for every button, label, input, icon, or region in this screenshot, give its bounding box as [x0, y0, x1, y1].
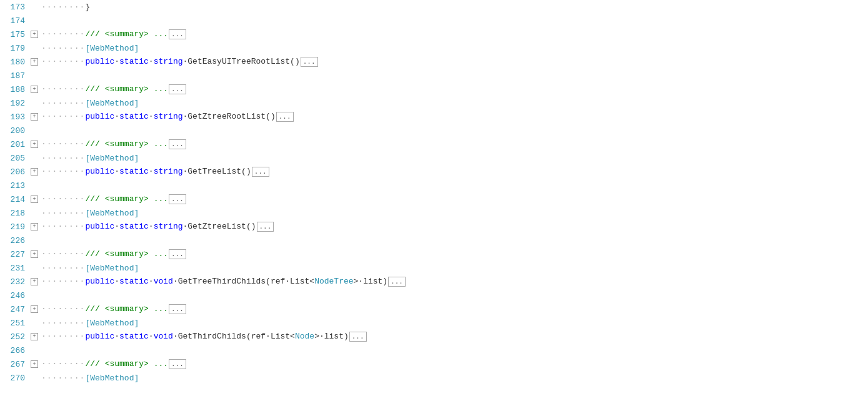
plain-token: ·GetZtreeList() — [182, 222, 256, 231]
line-number: 270 — [0, 374, 30, 383]
code-line: 180+········public·static·string·GetEasy… — [0, 55, 868, 69]
code-line: 193+········public·static·string·GetZtre… — [0, 110, 868, 124]
attribute-token: [WebMethod] — [85, 99, 139, 108]
expand-toggle[interactable]: + — [30, 58, 40, 66]
keyword-token: public — [85, 332, 114, 341]
code-line: 200 — [0, 124, 868, 137]
expand-toggle[interactable]: + — [30, 196, 40, 203]
line-text: ········[WebMethod] — [40, 209, 868, 218]
comment-token: /// <summary> ... — [85, 139, 168, 149]
code-line: 227+········/// <summary> ...... — [0, 247, 868, 261]
line-number: 227 — [0, 250, 30, 259]
plain-token: · — [149, 167, 154, 176]
keyword-token: static — [119, 277, 149, 286]
line-text: ········/// <summary> ...... — [40, 194, 868, 204]
keyword-token: void — [154, 277, 173, 286]
line-number: 231 — [0, 264, 30, 273]
type-token: Node — [295, 332, 314, 341]
line-text: ········public·static·string·GetTreeList… — [40, 167, 868, 177]
code-content: 173········}174 175+········/// <summary… — [0, 0, 868, 385]
expand-toggle[interactable]: + — [30, 168, 40, 176]
keyword-token: string — [154, 57, 183, 66]
collapsed-region[interactable]: ... — [169, 304, 186, 314]
expand-btn[interactable]: + — [31, 113, 38, 121]
collapsed-region[interactable]: ... — [257, 222, 274, 232]
expand-btn[interactable]: + — [31, 333, 38, 340]
expand-btn[interactable]: + — [31, 305, 38, 313]
expand-btn[interactable]: + — [31, 250, 38, 258]
expand-toggle[interactable]: + — [30, 333, 40, 340]
collapsed-region[interactable]: ... — [169, 194, 186, 204]
expand-toggle[interactable]: + — [30, 113, 40, 121]
expand-btn[interactable]: + — [31, 223, 38, 230]
line-number: 174 — [0, 16, 30, 26]
expand-btn[interactable]: + — [31, 58, 38, 66]
plain-token: · — [114, 57, 119, 66]
line-number: 200 — [0, 126, 30, 136]
line-number: 201 — [0, 140, 30, 149]
expand-toggle[interactable]: + — [30, 86, 40, 93]
line-number: 179 — [0, 44, 30, 53]
expand-toggle[interactable]: + — [30, 278, 40, 285]
expand-btn[interactable]: + — [31, 360, 38, 368]
line-number: 173 — [0, 2, 30, 12]
collapsed-region[interactable]: ... — [169, 249, 186, 259]
keyword-token: string — [154, 167, 183, 176]
collapsed-region[interactable]: ... — [388, 277, 406, 287]
expand-toggle[interactable]: + — [30, 223, 40, 230]
expand-btn[interactable]: + — [31, 196, 38, 203]
line-text: ········/// <summary> ...... — [40, 249, 868, 259]
line-number: 251 — [0, 319, 30, 328]
expand-btn[interactable]: + — [31, 141, 38, 148]
expand-btn[interactable]: + — [31, 168, 38, 176]
indent-dots: ········ — [41, 319, 85, 328]
collapsed-region[interactable]: ... — [252, 167, 269, 177]
indent-dots: ········ — [41, 304, 85, 314]
attribute-token: [WebMethod] — [85, 209, 139, 218]
line-number: 192 — [0, 99, 30, 108]
comment-token: /// <summary> ... — [85, 84, 168, 94]
line-text: ········[WebMethod] — [40, 99, 868, 108]
expand-btn[interactable]: + — [31, 278, 38, 285]
plain-token: · — [114, 277, 119, 286]
line-text — [40, 126, 868, 136]
expand-toggle[interactable]: + — [30, 141, 40, 148]
line-text: ········public·static·void·GetTreeThirdC… — [40, 277, 868, 287]
collapsed-region[interactable]: ... — [169, 29, 186, 39]
indent-dots: ········ — [41, 84, 85, 94]
collapsed-region[interactable]: ... — [169, 84, 186, 94]
code-line: 173········} — [0, 0, 868, 14]
expand-toggle[interactable]: + — [30, 250, 40, 258]
plain-token: · — [149, 277, 154, 286]
attribute-token: [WebMethod] — [85, 264, 139, 273]
indent-dots: ········ — [41, 29, 85, 39]
keyword-token: public — [85, 112, 114, 121]
indent-dots: ········ — [41, 209, 85, 218]
plain-token: · — [149, 57, 154, 66]
expand-btn[interactable]: + — [31, 31, 38, 38]
code-line: 192········[WebMethod] — [0, 96, 868, 110]
line-number: 266 — [0, 346, 30, 355]
expand-toggle[interactable]: + — [30, 31, 40, 38]
indent-dots: ········ — [41, 99, 85, 108]
collapsed-region[interactable]: ... — [169, 359, 186, 369]
code-line: 231········[WebMethod] — [0, 261, 868, 275]
line-text: ········/// <summary> ...... — [40, 84, 868, 94]
keyword-token: static — [119, 332, 149, 341]
line-text: ········[WebMethod] — [40, 374, 868, 383]
expand-toggle[interactable]: + — [30, 360, 40, 368]
line-number: 247 — [0, 305, 30, 314]
collapsed-region[interactable]: ... — [276, 112, 294, 122]
expand-btn[interactable]: + — [31, 86, 38, 93]
expand-toggle[interactable]: + — [30, 305, 40, 313]
collapsed-region[interactable]: ... — [169, 139, 186, 149]
collapsed-region[interactable]: ... — [349, 332, 367, 342]
line-number: 188 — [0, 85, 30, 94]
comment-token: /// <summary> ... — [85, 249, 168, 259]
line-text — [40, 16, 868, 26]
collapsed-region[interactable]: ... — [301, 57, 318, 67]
plain-token: ·GetTreeList() — [182, 167, 251, 176]
indent-dots: ········ — [41, 277, 85, 286]
indent-dots: ········ — [41, 2, 85, 12]
code-line: 218········[WebMethod] — [0, 206, 868, 220]
